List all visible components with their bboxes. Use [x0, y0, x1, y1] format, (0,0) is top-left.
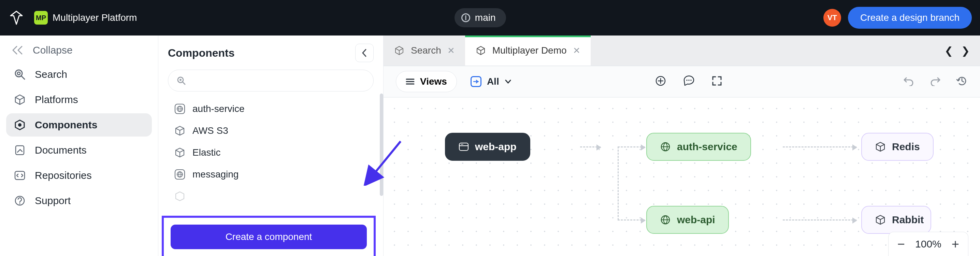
node-redis[interactable]: Redis — [861, 133, 934, 161]
svg-point-7 — [19, 203, 20, 204]
undo-button[interactable] — [903, 76, 915, 87]
search-icon — [14, 68, 26, 81]
rail-label: Repositories — [35, 170, 92, 181]
create-component-button[interactable]: Create a component — [170, 224, 367, 249]
globe-icon — [660, 141, 671, 152]
history-button[interactable] — [956, 75, 968, 88]
rail-item-search[interactable]: Search — [6, 63, 152, 86]
svg-point-10 — [180, 79, 181, 81]
tab-strip: Search ✕ Multiplayer Demo ✕ ❮ ❯ — [383, 35, 980, 66]
edge — [617, 146, 619, 220]
undo-icon — [903, 76, 915, 86]
app-logo[interactable] — [8, 10, 25, 26]
components-panel: Components auth-service AWS S3 Elastic — [158, 35, 383, 256]
svg-point-26 — [461, 144, 462, 145]
tab-next-button[interactable]: ❯ — [961, 45, 970, 57]
svg-line-1 — [22, 76, 25, 79]
cube-icon — [174, 147, 186, 158]
comment-icon — [683, 75, 695, 87]
component-label: messaging — [192, 169, 239, 180]
globe-icon — [174, 169, 186, 180]
rail-item-components[interactable]: Components — [6, 113, 152, 137]
component-item-elastic[interactable]: Elastic — [170, 143, 374, 162]
panel-title: Components — [168, 47, 235, 59]
cube-icon — [394, 45, 405, 56]
node-label: Redis — [892, 141, 920, 153]
node-auth-service[interactable]: auth-service — [646, 133, 751, 161]
rail-item-repositories[interactable]: Repositories — [6, 164, 152, 187]
redo-icon — [929, 76, 941, 86]
redo-button[interactable] — [929, 76, 941, 87]
component-item-auth-service[interactable]: auth-service — [170, 99, 374, 119]
filter-all[interactable]: All — [471, 76, 512, 87]
node-web-api[interactable]: web-api — [646, 206, 729, 234]
tab-search[interactable]: Search ✕ — [383, 35, 465, 65]
components-search[interactable] — [168, 70, 374, 91]
collapse-rail[interactable]: Collapse — [6, 42, 152, 63]
fullscreen-button[interactable] — [711, 75, 722, 88]
tab-label: Multiplayer Demo — [492, 45, 567, 56]
panel-footer-highlight: Create a component — [162, 216, 376, 256]
edge — [783, 146, 856, 148]
rail-item-documents[interactable]: Documents — [6, 138, 152, 162]
nav-rail: Collapse Search Platforms Components Doc… — [0, 35, 158, 256]
create-branch-button[interactable]: Create a design branch — [848, 7, 972, 29]
search-icon — [177, 76, 186, 85]
component-item-aws-s3[interactable]: AWS S3 — [170, 121, 374, 141]
svg-point-2 — [18, 72, 20, 75]
toolbar-mid — [655, 75, 722, 88]
edge — [580, 146, 601, 148]
zoom-out-button[interactable]: − — [897, 238, 905, 251]
views-button[interactable]: Views — [396, 71, 457, 92]
document-icon — [14, 144, 26, 156]
search-input[interactable] — [190, 75, 365, 86]
arrow-logo-icon — [9, 10, 24, 25]
svg-rect-24 — [459, 143, 468, 151]
views-label: Views — [420, 76, 447, 87]
filter-label: All — [487, 76, 499, 87]
code-icon — [14, 169, 26, 181]
project-name: Multiplayer Platform — [52, 12, 137, 23]
help-icon — [14, 194, 26, 207]
zoom-in-button[interactable]: + — [952, 238, 959, 251]
edge — [617, 219, 645, 221]
node-rabbit[interactable]: Rabbit — [861, 206, 931, 234]
canvas[interactable]: web-app auth-service Redis web-api Rabbi… — [383, 98, 980, 256]
rail-item-platforms[interactable]: Platforms — [6, 88, 152, 111]
cube-icon — [875, 215, 886, 225]
edge — [617, 146, 645, 148]
project-badge: MP — [34, 11, 48, 25]
panel-collapse-button[interactable] — [355, 44, 374, 62]
globe-icon — [174, 103, 186, 115]
zoom-level: 100% — [915, 238, 942, 250]
canvas-column: Search ✕ Multiplayer Demo ✕ ❮ ❯ Views — [383, 35, 980, 256]
cube-icon — [174, 191, 186, 202]
comment-button[interactable] — [683, 75, 695, 88]
tab-multiplayer-demo[interactable]: Multiplayer Demo ✕ — [465, 35, 591, 65]
tab-prev-button[interactable]: ❮ — [945, 45, 953, 57]
rail-label: Search — [35, 68, 67, 80]
close-icon[interactable]: ✕ — [447, 45, 455, 56]
branch-icon — [461, 13, 470, 22]
component-item-cut[interactable] — [170, 186, 374, 206]
expand-icon — [711, 75, 722, 86]
cube-icon — [14, 94, 26, 106]
rail-item-support[interactable]: Support — [6, 189, 152, 212]
add-button[interactable] — [655, 75, 667, 88]
branch-selector[interactable]: main — [455, 8, 506, 27]
cube-icon — [174, 125, 186, 137]
node-web-app[interactable]: web-app — [445, 133, 530, 161]
components-list: auth-service AWS S3 Elastic messaging — [168, 99, 374, 206]
project-chip[interactable]: MP Multiplayer Platform — [34, 11, 137, 25]
filter-icon — [471, 76, 482, 87]
panel-header: Components — [168, 44, 374, 62]
close-icon[interactable]: ✕ — [573, 45, 581, 56]
scrollbar-thumb[interactable] — [380, 94, 383, 196]
topbar-right: VT Create a design branch — [823, 7, 972, 29]
tab-nav: ❮ ❯ — [945, 35, 980, 65]
node-label: auth-service — [677, 141, 737, 153]
chevron-down-icon — [505, 79, 512, 84]
component-item-messaging[interactable]: messaging — [170, 165, 374, 184]
hexagon-icon — [14, 119, 26, 131]
avatar[interactable]: VT — [823, 9, 841, 27]
